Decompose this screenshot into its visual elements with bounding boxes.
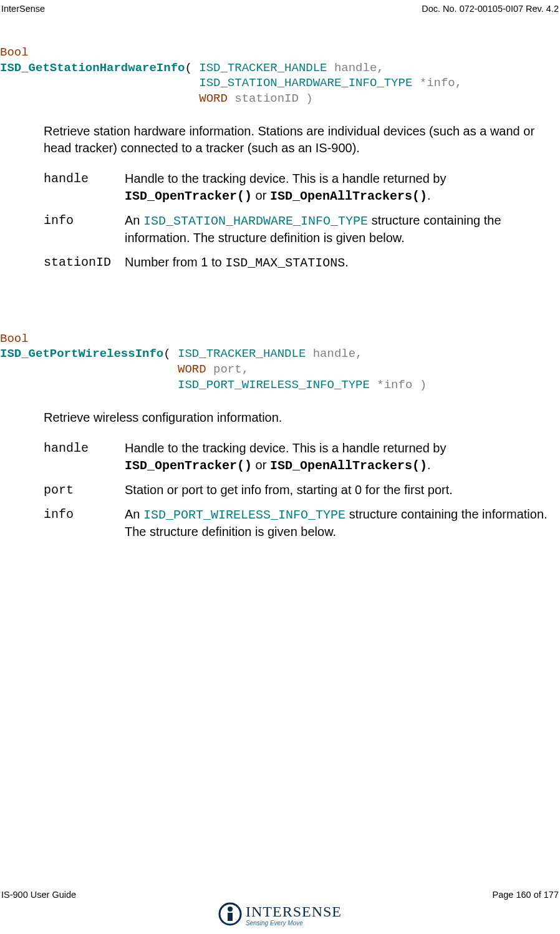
- param-row: info An ISD_PORT_WIRELESS_INFO_TYPE stru…: [44, 506, 555, 540]
- open-paren: (: [185, 61, 199, 75]
- func2-p2-type: WORD: [178, 362, 206, 376]
- code: ISD_PORT_WIRELESS_INFO_TYPE: [143, 508, 345, 522]
- logo-text: INTERSENSE Sensing Every Move: [246, 904, 342, 927]
- param-text: Handle to the tracking device. This is a…: [125, 170, 555, 205]
- func2-p1-name: handle,: [306, 347, 362, 361]
- text: .: [427, 458, 431, 472]
- text: Station or port to get info from, starti…: [125, 483, 453, 497]
- svg-point-1: [228, 907, 233, 912]
- text: Number from 1 to: [125, 255, 225, 269]
- func1-return-type: Bool: [0, 46, 29, 59]
- page-content: Bool ISD_GetStationHardwareInfo( ISD_TRA…: [0, 14, 560, 540]
- code: ISD_OpenAllTrackers(): [270, 459, 427, 473]
- text: An: [125, 213, 143, 227]
- func1-name: ISD_GetStationHardwareInfo: [0, 61, 185, 75]
- text: Handle to the tracking device. This is a…: [125, 172, 447, 185]
- func2-description: Retrieve wireless configuration informat…: [44, 409, 536, 426]
- func2-name: ISD_GetPortWirelessInfo: [0, 347, 163, 361]
- param-name: stationID: [44, 254, 125, 271]
- code: ISD_STATION_HARDWARE_INFO_TYPE: [143, 214, 368, 228]
- func1-description: Retrieve station hardware information. S…: [44, 123, 536, 157]
- page-footer: IS-900 User Guide Page 160 of 177 INTERS…: [0, 890, 560, 928]
- logo-icon: [218, 902, 242, 928]
- intersense-logo: INTERSENSE Sensing Every Move: [1, 902, 559, 928]
- code: ISD_OpenAllTrackers(): [270, 189, 427, 203]
- footer-left: IS-900 User Guide: [1, 890, 76, 900]
- footer-right: Page 160 of 177: [493, 890, 559, 900]
- func1-p1-type: ISD_TRACKER_HANDLE: [199, 61, 327, 75]
- func1-params: handle Handle to the tracking device. Th…: [44, 170, 555, 271]
- func1-p2-type: ISD_STATION_HARDWARE_INFO_TYPE: [199, 76, 412, 90]
- func1-p2-name: *info,: [412, 76, 462, 90]
- text: or: [252, 458, 270, 472]
- param-name: info: [44, 212, 125, 229]
- param-row: handle Handle to the tracking device. Th…: [44, 440, 555, 474]
- param-text: An ISD_STATION_HARDWARE_INFO_TYPE struct…: [125, 212, 555, 246]
- param-text: An ISD_PORT_WIRELESS_INFO_TYPE structure…: [125, 506, 555, 540]
- param-row: port Station or port to get info from, s…: [44, 482, 555, 499]
- param-name: port: [44, 482, 125, 499]
- func2-p2-name: port,: [206, 362, 249, 376]
- text: .: [345, 255, 349, 269]
- param-text: Number from 1 to ISD_MAX_STATIONS.: [125, 254, 555, 271]
- param-name: handle: [44, 170, 125, 187]
- text: An: [125, 507, 143, 521]
- param-text: Station or port to get info from, starti…: [125, 482, 555, 499]
- code: ISD_OpenTracker(): [125, 189, 252, 203]
- func2-p1-type: ISD_TRACKER_HANDLE: [178, 347, 306, 361]
- param-name: info: [44, 506, 125, 523]
- code: ISD_MAX_STATIONS: [225, 256, 345, 270]
- text: or: [252, 188, 270, 202]
- func2-p3-name: *info ): [370, 378, 427, 392]
- logo-main: INTERSENSE: [246, 904, 342, 919]
- logo-tagline: Sensing Every Move: [246, 920, 342, 927]
- text: Handle to the tracking device. This is a…: [125, 441, 447, 455]
- text: .: [427, 188, 431, 202]
- func2-signature: Bool ISD_GetPortWirelessInfo( ISD_TRACKE…: [0, 331, 560, 393]
- header-right: Doc. No. 072-00105-0I07 Rev. 4.2: [422, 4, 559, 14]
- page-header: InterSense Doc. No. 072-00105-0I07 Rev. …: [0, 0, 560, 14]
- param-text: Handle to the tracking device. This is a…: [125, 440, 555, 474]
- func1-p1-name: handle,: [327, 61, 384, 75]
- func1-signature: Bool ISD_GetStationHardwareInfo( ISD_TRA…: [0, 45, 560, 107]
- param-name: handle: [44, 440, 125, 457]
- header-left: InterSense: [1, 4, 45, 14]
- code: ISD_OpenTracker(): [125, 459, 252, 473]
- open-paren: (: [163, 347, 178, 361]
- func1-p3-type: WORD: [199, 92, 228, 105]
- param-row: stationID Number from 1 to ISD_MAX_STATI…: [44, 254, 555, 271]
- param-row: info An ISD_STATION_HARDWARE_INFO_TYPE s…: [44, 212, 555, 246]
- func1-p3-name: stationID ): [228, 92, 313, 105]
- param-row: handle Handle to the tracking device. Th…: [44, 170, 555, 205]
- func2-params: handle Handle to the tracking device. Th…: [44, 440, 555, 540]
- func2-return-type: Bool: [0, 332, 29, 346]
- func2-p3-type: ISD_PORT_WIRELESS_INFO_TYPE: [178, 378, 370, 392]
